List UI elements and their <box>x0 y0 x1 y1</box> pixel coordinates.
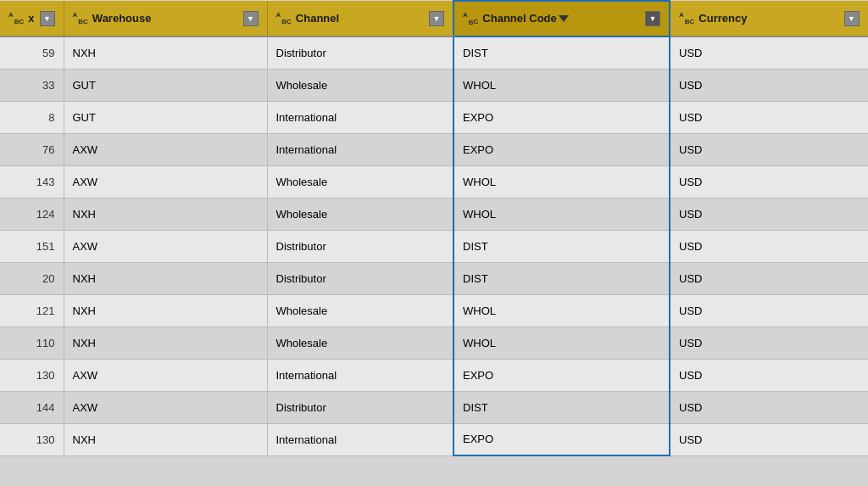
cell-currency: USD <box>670 391 868 423</box>
cell-currency: USD <box>670 294 868 327</box>
filter-btn-channel[interactable]: ▼ <box>429 11 444 26</box>
cell-channel_code: DIST <box>453 262 670 294</box>
col-label-currency: Currency <box>698 12 747 25</box>
cell-index: 151 <box>0 230 64 262</box>
col-abc-icon-channel: ABC <box>276 11 292 25</box>
cell-channel: Distributor <box>267 36 453 69</box>
cell-channel: International <box>267 423 453 455</box>
filter-btn-warehouse[interactable]: ▼ <box>243 11 259 26</box>
cell-channel_code: DIST <box>453 391 670 423</box>
cell-index: 76 <box>0 133 64 165</box>
cell-warehouse: NXH <box>64 327 267 359</box>
cell-channel: International <box>267 133 453 165</box>
cell-warehouse: GUT <box>64 101 267 133</box>
cell-index: 59 <box>0 36 64 69</box>
table-row: 143AXWWholesaleWHOLUSD <box>0 165 868 198</box>
sort-cursor-icon <box>559 15 569 22</box>
col-label-channel: Channel <box>296 12 339 25</box>
cell-channel: Wholesale <box>267 294 453 327</box>
cell-currency: USD <box>670 327 868 359</box>
cell-currency: USD <box>670 165 868 198</box>
cell-currency: USD <box>670 101 868 133</box>
col-abc-icon-currency: ABC <box>679 11 694 25</box>
cell-currency: USD <box>670 198 868 230</box>
col-abc-icon-index: ABC <box>8 11 24 25</box>
cell-channel_code: WHOL <box>453 327 670 359</box>
cell-index: 130 <box>0 359 64 391</box>
cell-channel: International <box>267 101 453 133</box>
table-row: 151AXWDistributorDISTUSD <box>0 230 868 262</box>
table-row: 110NXHWholesaleWHOLUSD <box>0 327 868 359</box>
cell-channel: Wholesale <box>267 165 453 198</box>
cell-channel_code: WHOL <box>453 198 670 230</box>
cell-channel: Distributor <box>267 230 453 262</box>
table-row: 33GUTWholesaleWHOLUSD <box>0 69 868 101</box>
col-label-index: x <box>28 12 34 25</box>
cell-index: 130 <box>0 423 64 455</box>
cell-warehouse: NXH <box>64 294 267 327</box>
cell-currency: USD <box>670 133 868 165</box>
cell-warehouse: AXW <box>64 359 267 391</box>
cell-warehouse: GUT <box>64 69 267 101</box>
cell-channel: Wholesale <box>267 198 453 230</box>
col-label-warehouse: Warehouse <box>92 12 152 25</box>
cell-channel: International <box>267 359 453 391</box>
table-row: 124NXHWholesaleWHOLUSD <box>0 198 868 230</box>
cell-channel_code: EXPO <box>453 101 670 133</box>
cell-channel: Distributor <box>267 262 453 294</box>
table-row: 20NXHDistributorDISTUSD <box>0 262 868 294</box>
cell-index: 110 <box>0 327 64 359</box>
cell-currency: USD <box>670 359 868 391</box>
cell-warehouse: AXW <box>64 165 267 198</box>
cell-index: 143 <box>0 165 64 198</box>
cell-currency: USD <box>670 262 868 294</box>
cell-channel_code: EXPO <box>453 359 670 391</box>
cell-warehouse: AXW <box>64 133 267 165</box>
cell-channel_code: EXPO <box>453 133 670 165</box>
filter-btn-currency[interactable]: ▼ <box>844 11 860 26</box>
table-row: 121NXHWholesaleWHOLUSD <box>0 294 868 327</box>
cell-channel_code: WHOL <box>453 294 670 327</box>
cell-warehouse: NXH <box>64 423 267 455</box>
col-label-channel_code: Channel Code <box>482 12 568 25</box>
header-index[interactable]: ABCx▼ <box>0 1 64 36</box>
table-row: 144AXWDistributorDISTUSD <box>0 391 868 423</box>
cell-channel: Wholesale <box>267 327 453 359</box>
header-channel[interactable]: ABCChannel▼ <box>267 1 453 36</box>
cell-warehouse: NXH <box>64 262 267 294</box>
cell-channel_code: WHOL <box>453 69 670 101</box>
data-table: ABCx▼ABCWarehouse▼ABCChannel▼ABCChannel … <box>0 0 868 486</box>
cell-channel: Distributor <box>267 391 453 423</box>
col-abc-icon-channel_code: ABC <box>463 11 478 25</box>
cell-index: 8 <box>0 101 64 133</box>
cell-currency: USD <box>670 36 868 69</box>
cell-index: 20 <box>0 262 64 294</box>
cell-index: 124 <box>0 198 64 230</box>
table-row: 76AXWInternationalEXPOUSD <box>0 133 868 165</box>
table-row: 59NXHDistributorDISTUSD <box>0 36 868 69</box>
table-row: 8GUTInternationalEXPOUSD <box>0 101 868 133</box>
cell-currency: USD <box>670 423 868 455</box>
table-row: 130AXWInternationalEXPOUSD <box>0 359 868 391</box>
cell-warehouse: NXH <box>64 198 267 230</box>
cell-index: 144 <box>0 391 64 423</box>
filter-btn-index[interactable]: ▼ <box>40 11 55 26</box>
cell-channel_code: DIST <box>453 230 670 262</box>
cell-currency: USD <box>670 69 868 101</box>
col-abc-icon-warehouse: ABC <box>73 11 88 25</box>
filter-btn-channel_code[interactable]: ▼ <box>645 11 660 26</box>
cell-index: 33 <box>0 69 64 101</box>
table-row: 130NXHInternationalEXPOUSD <box>0 423 868 455</box>
cell-warehouse: NXH <box>64 36 267 69</box>
header-warehouse[interactable]: ABCWarehouse▼ <box>64 1 267 36</box>
cell-warehouse: AXW <box>64 230 267 262</box>
header-currency[interactable]: ABCCurrency▼ <box>670 1 868 36</box>
header-channel_code[interactable]: ABCChannel Code▼ <box>453 1 670 36</box>
cell-index: 121 <box>0 294 64 327</box>
cell-channel_code: WHOL <box>453 165 670 198</box>
cell-channel_code: DIST <box>453 36 670 69</box>
cell-currency: USD <box>670 230 868 262</box>
cell-channel_code: EXPO <box>453 423 670 455</box>
cell-warehouse: AXW <box>64 391 267 423</box>
cell-channel: Wholesale <box>267 69 453 101</box>
